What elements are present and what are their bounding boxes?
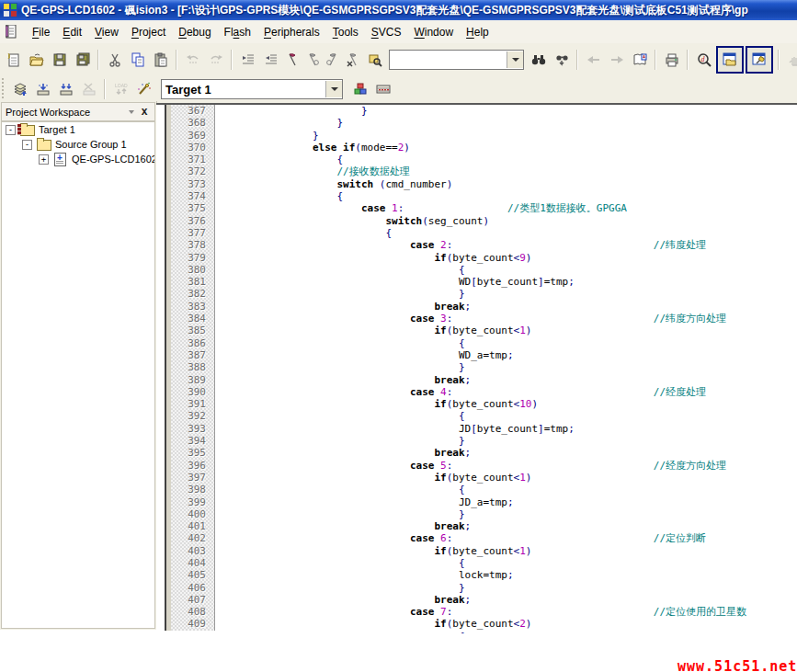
menu-item-svcs[interactable]: SVCS xyxy=(365,23,408,41)
zoom-document-button[interactable]: d xyxy=(692,48,715,71)
load-flash-button[interactable]: LOAD xyxy=(109,78,132,101)
line-number: 369 xyxy=(171,130,214,142)
paste-clipboard-icon xyxy=(154,52,168,67)
code-line: { xyxy=(215,264,797,276)
workspace-close-button[interactable]: x xyxy=(138,106,151,118)
redo-button[interactable] xyxy=(204,48,227,71)
options-wand-icon xyxy=(137,82,152,97)
line-number: 403 xyxy=(171,545,214,557)
undo-button[interactable] xyxy=(181,48,204,71)
menu-item-tools[interactable]: Tools xyxy=(326,23,365,41)
line-number: 379 xyxy=(171,252,214,264)
project-tree[interactable]: -Target 1-Source Group 1+QE-GPS-LCD1602 xyxy=(1,121,155,629)
code-line: if(byte_count<1) xyxy=(215,472,797,484)
indent-button[interactable] xyxy=(236,48,259,71)
workspace-title: Project Workspace xyxy=(6,107,125,118)
code-line: else if(mode==2) xyxy=(215,142,797,154)
menu-item-debug[interactable]: Debug xyxy=(172,23,217,41)
project-window-toggle-button[interactable] xyxy=(716,46,744,74)
memory-window-button[interactable] xyxy=(371,78,394,101)
open-file-button[interactable] xyxy=(25,48,48,71)
menu-item-edit[interactable]: Edit xyxy=(56,23,88,41)
find-text-input[interactable] xyxy=(390,52,507,67)
help-button[interactable] xyxy=(628,48,651,71)
line-number: 386 xyxy=(171,337,214,349)
code-line: WD[byte_count]=tmp; xyxy=(215,276,797,288)
print-button[interactable] xyxy=(660,48,683,71)
bookmark-flag-icon xyxy=(285,52,300,67)
line-number: 392 xyxy=(171,410,214,422)
select-target-button[interactable] xyxy=(348,78,371,101)
save-icon xyxy=(52,52,67,67)
line-number: 367 xyxy=(171,105,214,117)
save-all-button[interactable] xyxy=(71,48,94,71)
target-select-combobox[interactable]: Target 1 xyxy=(161,79,343,99)
build-icon xyxy=(36,82,51,97)
line-number: 402 xyxy=(171,532,214,544)
debug-halt-button[interactable] xyxy=(783,48,797,71)
next-bookmark-button[interactable] xyxy=(302,48,323,71)
copy-button[interactable] xyxy=(126,48,149,71)
workspace-menu-button[interactable] xyxy=(125,106,138,118)
title-bar[interactable]: QE-GPS-LCD1602 - 碸ision3 - [F:\设计\GPS-GP… xyxy=(0,0,797,20)
options-for-target-button[interactable] xyxy=(132,78,155,101)
toolbar-separator xyxy=(655,50,656,70)
back-button[interactable] xyxy=(582,48,605,71)
collapse-icon[interactable]: - xyxy=(6,125,16,135)
code-line: break; xyxy=(215,594,797,606)
line-number: 405 xyxy=(171,569,214,581)
line-number: 387 xyxy=(171,349,214,361)
translate-button[interactable] xyxy=(8,78,31,101)
forward-button[interactable] xyxy=(605,48,628,71)
batch-build-button[interactable] xyxy=(77,78,100,101)
paste-button[interactable] xyxy=(149,48,172,71)
target-dropdown-button[interactable] xyxy=(325,81,342,97)
menu-item-window[interactable]: Window xyxy=(407,23,460,41)
collapse-icon[interactable]: - xyxy=(22,140,32,150)
code-line: } xyxy=(215,130,797,142)
code-line: if(byte_count<9) xyxy=(215,252,797,264)
line-number-gutter: 3673683693703713723733743753763773783793… xyxy=(171,105,215,631)
menu-item-flash[interactable]: Flash xyxy=(218,23,257,41)
document-child-icon[interactable] xyxy=(6,25,18,39)
app-window: { "window": { "title": "QE-GPS-LCD1602 -… xyxy=(0,0,797,672)
code-line: break; xyxy=(215,301,797,313)
toolbar-grip[interactable] xyxy=(0,78,6,100)
tree-item-target-1[interactable]: -Target 1 xyxy=(2,122,154,137)
output-window-toggle-button[interactable] xyxy=(746,46,773,74)
cut-button[interactable] xyxy=(103,48,126,71)
line-number: 384 xyxy=(171,313,214,325)
rebuild-all-button[interactable] xyxy=(54,78,77,101)
unindent-button[interactable] xyxy=(259,48,282,71)
tree-item-source-group-1[interactable]: -Source Group 1 xyxy=(2,137,154,152)
find-in-files-button[interactable] xyxy=(363,48,386,71)
find-text-combobox[interactable] xyxy=(389,50,524,70)
menu-item-file[interactable]: File xyxy=(26,23,56,41)
line-number: 374 xyxy=(171,190,214,202)
expand-icon[interactable]: + xyxy=(39,154,49,165)
find-next-button[interactable] xyxy=(550,48,573,71)
menu-item-view[interactable]: View xyxy=(88,23,125,41)
menu-item-project[interactable]: Project xyxy=(125,23,172,41)
build-button[interactable] xyxy=(31,78,54,101)
workspace-title-bar[interactable]: Project Workspace x xyxy=(1,102,155,121)
line-number: 381 xyxy=(171,276,214,288)
toolbar-separator xyxy=(176,50,177,70)
code-line: case 1: //类型1数据接收。GPGGA xyxy=(215,202,797,214)
prev-bookmark-button[interactable] xyxy=(323,48,343,71)
save-button[interactable] xyxy=(48,48,71,71)
find-dropdown-button[interactable] xyxy=(507,51,523,68)
find-in-files-icon xyxy=(368,52,382,67)
toggle-bookmark-button[interactable] xyxy=(282,48,302,71)
find-button[interactable] xyxy=(527,48,550,71)
line-number: 377 xyxy=(171,227,214,239)
line-number: 393 xyxy=(171,423,214,435)
code-line: { xyxy=(215,484,797,495)
code-text-area[interactable]: } } } else if(mode==2) { //接收数据处理 switch… xyxy=(215,105,797,633)
tree-item-qe-gps-lcd1602[interactable]: +QE-GPS-LCD1602 xyxy=(2,152,154,166)
menu-item-help[interactable]: Help xyxy=(460,23,495,41)
line-number: 407 xyxy=(171,594,214,606)
menu-item-peripherals[interactable]: Peripherals xyxy=(257,23,326,41)
new-file-button[interactable] xyxy=(2,48,25,71)
clear-bookmarks-button[interactable] xyxy=(343,48,363,71)
